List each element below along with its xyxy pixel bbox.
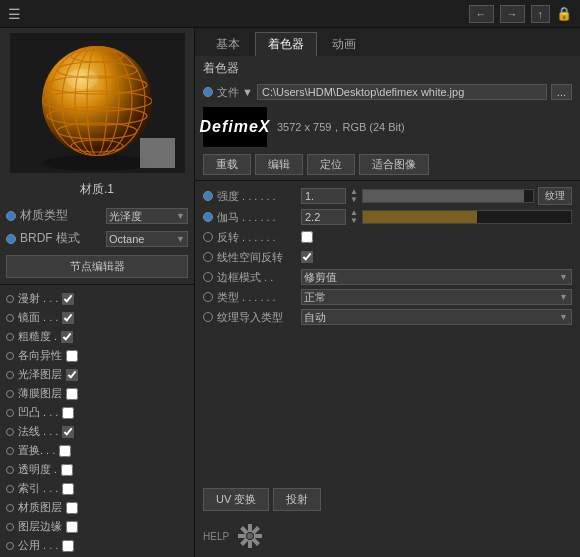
tabs-row: 基本 着色器 动画 — [195, 28, 580, 56]
material-type-section: 材质类型 光泽度 ▼ BRDF 模式 Octane ▼ — [0, 203, 194, 251]
top-bar-right: ← → ↑ 🔒 — [469, 5, 573, 23]
brdf-select[interactable]: Octane — [106, 231, 188, 247]
linear-invert-row: 线性空间反转 — [195, 247, 580, 267]
help-area: HELP — [195, 515, 580, 557]
item-checkbox[interactable] — [66, 502, 78, 514]
item-checkbox[interactable] — [59, 445, 71, 457]
node-editor-button[interactable]: 节点编辑器 — [6, 255, 188, 278]
tab-shader[interactable]: 着色器 — [255, 32, 317, 56]
texture-import-row: 纹理导入类型 自动 ▼ — [195, 307, 580, 327]
list-item: 图层边缘 — [6, 517, 188, 536]
item-dot — [6, 295, 14, 303]
tab-animation[interactable]: 动画 — [319, 32, 369, 56]
svg-point-15 — [66, 69, 98, 89]
intensity-slider[interactable] — [362, 189, 534, 203]
linear-invert-checkbox[interactable] — [301, 251, 313, 263]
item-dot — [6, 428, 14, 436]
intensity-row: 强度 . . . . . . ▲ ▼ 纹理 — [195, 185, 580, 207]
invert-radio[interactable] — [203, 232, 213, 242]
texture-import-select[interactable]: 自动 — [301, 309, 572, 325]
item-dot — [6, 333, 14, 341]
spin-down[interactable]: ▼ — [350, 196, 358, 204]
svg-point-1 — [42, 155, 152, 171]
invert-label: 反转 . . . . . . — [217, 230, 297, 245]
item-checkbox[interactable] — [61, 464, 73, 476]
list-item: 镜面 . . . — [6, 308, 188, 327]
item-checkbox[interactable] — [66, 369, 78, 381]
projection-button[interactable]: 投射 — [273, 488, 321, 511]
border-mode-row: 边框模式 . . 修剪值 ▼ — [195, 267, 580, 287]
type-label: 类型 . . . . . . — [217, 290, 297, 305]
mat-type-select[interactable]: 光泽度 — [106, 208, 188, 224]
octane-logo-icon — [235, 521, 265, 551]
item-dot — [6, 485, 14, 493]
lock-icon: 🔒 — [556, 6, 572, 21]
item-dot — [6, 390, 14, 398]
mat-type-radio[interactable] — [6, 211, 16, 221]
item-checkbox[interactable] — [62, 540, 74, 552]
list-item: 粗糙度 . — [6, 327, 188, 346]
item-checkbox[interactable] — [62, 426, 74, 438]
border-mode-select-wrap: 修剪值 ▼ — [301, 269, 572, 285]
border-mode-radio[interactable] — [203, 272, 213, 282]
item-checkbox[interactable] — [66, 350, 78, 362]
uv-transform-button[interactable]: UV 变换 — [203, 488, 269, 511]
type-select-wrap: 正常 ▼ — [301, 289, 572, 305]
nav-back-button[interactable]: ← — [469, 5, 494, 23]
type-row: 类型 . . . . . . 正常 ▼ — [195, 287, 580, 307]
spin-down[interactable]: ▼ — [350, 217, 358, 225]
list-item: 光泽图层 — [6, 365, 188, 384]
border-mode-select[interactable]: 修剪值 — [301, 269, 572, 285]
top-bar-left: ☰ — [8, 6, 21, 22]
locate-button[interactable]: 定位 — [307, 154, 355, 175]
type-select[interactable]: 正常 — [301, 289, 572, 305]
item-dot — [6, 352, 14, 360]
intensity-input[interactable] — [301, 188, 346, 204]
fit-image-button[interactable]: 适合图像 — [359, 154, 429, 175]
reload-button[interactable]: 重载 — [203, 154, 251, 175]
list-item: 索引 . . . — [6, 479, 188, 498]
item-label: 置换. . . — [18, 443, 55, 458]
type-radio[interactable] — [203, 292, 213, 302]
linear-invert-radio[interactable] — [203, 252, 213, 262]
file-radio[interactable] — [203, 87, 213, 97]
sphere-svg — [10, 33, 185, 173]
item-checkbox[interactable] — [62, 312, 74, 324]
material-preview — [10, 33, 185, 173]
list-item: 薄膜图层 — [6, 384, 188, 403]
item-checkbox[interactable] — [66, 388, 78, 400]
brdf-mode-row: BRDF 模式 Octane ▼ — [6, 228, 188, 249]
file-browse-button[interactable]: ... — [551, 84, 572, 100]
file-row: 文件 ▼ C:\Users\HDM\Desktop\defimex white.… — [195, 81, 580, 103]
list-item: 法线 . . . — [6, 422, 188, 441]
item-label: 各向异性 — [18, 348, 62, 363]
item-label: 索引 . . . — [18, 481, 58, 496]
brdf-radio[interactable] — [6, 234, 16, 244]
item-checkbox[interactable] — [61, 331, 73, 343]
item-checkbox[interactable] — [66, 521, 78, 533]
nav-forward-button[interactable]: → — [500, 5, 525, 23]
item-checkbox[interactable] — [62, 483, 74, 495]
gamma-radio[interactable] — [203, 212, 213, 222]
item-label: 漫射 . . . — [18, 291, 58, 306]
gamma-input[interactable] — [301, 209, 346, 225]
nav-up-button[interactable]: ↑ — [531, 5, 551, 23]
item-label: 透明度 . — [18, 462, 57, 477]
gamma-bar[interactable] — [362, 210, 572, 224]
intensity-radio[interactable] — [203, 191, 213, 201]
texture-import-select-wrap: 自动 ▼ — [301, 309, 572, 325]
item-dot — [6, 447, 14, 455]
item-checkbox[interactable] — [62, 407, 74, 419]
invert-checkbox[interactable] — [301, 231, 313, 243]
properties-section: 强度 . . . . . . ▲ ▼ 纹理 伽马 . . . . . . ▲ — [195, 183, 580, 484]
left-panel: 材质.1 材质类型 光泽度 ▼ BRDF 模式 Octane — [0, 28, 195, 557]
svg-point-17 — [247, 533, 253, 539]
list-item: 凹凸 . . . — [6, 403, 188, 422]
texture-button[interactable]: 纹理 — [538, 187, 572, 205]
item-checkbox[interactable] — [62, 293, 74, 305]
tab-basic[interactable]: 基本 — [203, 32, 253, 56]
menu-icon[interactable]: ☰ — [8, 6, 21, 22]
texture-import-radio[interactable] — [203, 312, 213, 322]
edit-button[interactable]: 编辑 — [255, 154, 303, 175]
item-dot — [6, 504, 14, 512]
